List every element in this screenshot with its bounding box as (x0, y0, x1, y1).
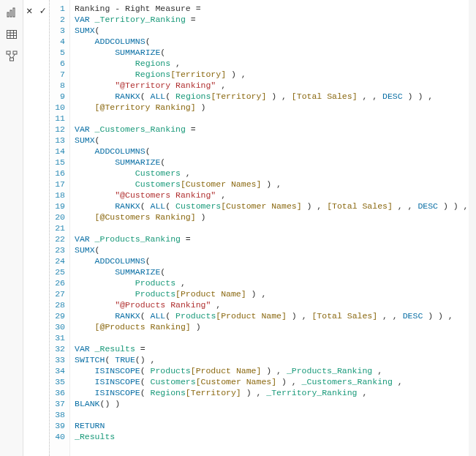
token-func: SUMX (75, 26, 95, 35)
token-kw: RETURN (75, 421, 105, 430)
code-line[interactable]: SUMX( (75, 25, 472, 36)
code-line[interactable]: RANKX( ALL( Products[Product Name] ) , [… (75, 310, 472, 321)
svg-rect-0 (7, 12, 9, 17)
token-ident: Regions (175, 91, 211, 101)
token-col: [@Territory Ranking] (95, 102, 196, 112)
code-line[interactable]: VAR _Results = (75, 343, 472, 354)
token-plain (75, 377, 95, 386)
token-punct: ( (165, 91, 175, 101)
line-number: 11 (50, 113, 65, 124)
cancel-button[interactable]: ✕ (25, 4, 34, 16)
model-icon[interactable] (5, 50, 18, 63)
code-line[interactable]: "@Products Ranking" , (75, 299, 472, 310)
token-punct: ( (146, 37, 151, 46)
code-line[interactable]: ISINSCOPE( Customers[Customer Names] ) ,… (75, 376, 472, 387)
code-line[interactable] (75, 409, 472, 420)
code-line[interactable]: ADDCOLUMNS( (75, 255, 472, 266)
token-plain: ) , (246, 289, 267, 299)
token-ident: _Territory_Ranking (95, 15, 186, 24)
code-line[interactable]: BLANK() ) (75, 398, 472, 409)
svg-line-12 (12, 54, 15, 58)
vertical-scrollbar[interactable] (469, 0, 476, 456)
code-line[interactable]: [@Customers Ranking] ) (75, 212, 472, 223)
code-line[interactable] (75, 113, 472, 124)
line-number: 6 (50, 58, 65, 69)
svg-rect-3 (7, 31, 16, 39)
token-plain (75, 311, 115, 321)
code-line[interactable]: RANKX( ALL( Regions[Territory] ) , [Tota… (75, 91, 472, 102)
code-line[interactable]: SWITCH( TRUE() , (75, 354, 472, 365)
line-number: 17 (50, 179, 65, 190)
code-line[interactable]: Products[Product Name] ) , (75, 288, 472, 299)
dax-editor[interactable]: 1234567891011121314151617181920212223242… (50, 0, 476, 456)
code-line[interactable]: "@Territory Ranking" , (75, 80, 472, 91)
token-col: [Total Sales] (311, 311, 377, 321)
code-line[interactable]: RANKX( ALL( Customers[Customer Names] ) … (75, 201, 472, 212)
token-func: SWITCH (75, 355, 105, 365)
token-plain: ) (196, 212, 206, 222)
code-line[interactable]: Regions , (75, 58, 472, 69)
code-line[interactable] (75, 223, 472, 233)
code-line[interactable]: Ranking - Right Measure = (75, 3, 472, 14)
token-punct: () , (135, 355, 156, 365)
code-line[interactable]: Customers[Customer Names] ) , (75, 179, 472, 190)
token-kw: DESC (418, 201, 438, 211)
code-line[interactable]: Products , (75, 277, 472, 288)
code-line[interactable]: VAR _Territory_Ranking = (75, 14, 472, 25)
line-number: 32 (50, 343, 65, 354)
code-line[interactable]: SUMX( (75, 135, 472, 146)
line-number: 38 (50, 409, 65, 420)
code-line[interactable]: ISINSCOPE( Regions[Territory] ) , _Terri… (75, 387, 472, 398)
code-line[interactable]: RETURN (75, 420, 472, 431)
line-number: 12 (50, 124, 65, 135)
code-line[interactable]: VAR _Customers_Ranking = (75, 124, 472, 135)
token-col: [Territory] (186, 388, 241, 397)
token-plain (75, 267, 115, 277)
token-func: ISINSCOPE (95, 366, 140, 375)
chart-icon[interactable] (5, 6, 18, 19)
token-plain: , , (393, 201, 418, 211)
svg-rect-1 (10, 10, 12, 17)
token-func: ADDCOLUMNS (95, 146, 146, 156)
token-punct: ( (105, 355, 115, 365)
token-punct: ( (160, 267, 165, 277)
code-line[interactable]: SUMMARIZE( (75, 47, 472, 58)
code-line[interactable]: ADDCOLUMNS( (75, 146, 472, 157)
token-punct: ( (140, 377, 151, 386)
code-line[interactable]: Customers , (75, 168, 472, 179)
code-line[interactable] (75, 332, 472, 343)
token-ident: Customers (135, 179, 181, 189)
code-line[interactable]: ADDCOLUMNS( (75, 36, 472, 47)
table-icon[interactable] (5, 28, 18, 41)
code-line[interactable]: Regions[Territory] ) , (75, 69, 472, 80)
token-plain (75, 102, 95, 112)
code-line[interactable]: VAR _Products_Ranking = (75, 233, 472, 244)
code-line[interactable]: _Results (75, 431, 472, 442)
code-area[interactable]: Ranking - Right Measure =VAR _Territory_… (70, 0, 476, 456)
line-number: 28 (50, 299, 65, 310)
code-line[interactable]: [@Territory Ranking] ) (75, 102, 472, 113)
token-plain (75, 212, 95, 222)
token-plain: = (135, 344, 146, 354)
token-plain: Ranking - Right Measure = (75, 4, 201, 13)
token-kw: VAR (75, 124, 95, 134)
code-line[interactable]: SUMMARIZE( (75, 266, 472, 277)
token-plain: , (372, 366, 382, 375)
token-plain (75, 91, 115, 101)
token-plain: ) , (261, 179, 282, 189)
token-ident: Customers (175, 201, 221, 211)
code-line[interactable]: SUMX( (75, 244, 472, 255)
code-line[interactable]: "@Customers Ranking" , (75, 190, 472, 201)
code-line[interactable]: SUMMARIZE( (75, 157, 472, 168)
token-plain (75, 190, 115, 200)
token-col: [@Products Ranking] (95, 322, 191, 332)
token-kw: VAR (75, 234, 95, 244)
code-line[interactable]: [@Products Ranking] ) (75, 321, 472, 332)
token-func: TRUE (115, 355, 135, 365)
code-line[interactable]: ISINSCOPE( Products[Product Name] ) , _P… (75, 365, 472, 376)
token-plain: , (181, 168, 191, 178)
token-plain: , , (377, 311, 403, 321)
token-plain (75, 278, 135, 288)
token-kw: DESC (403, 311, 423, 321)
commit-button[interactable]: ✓ (39, 4, 48, 16)
